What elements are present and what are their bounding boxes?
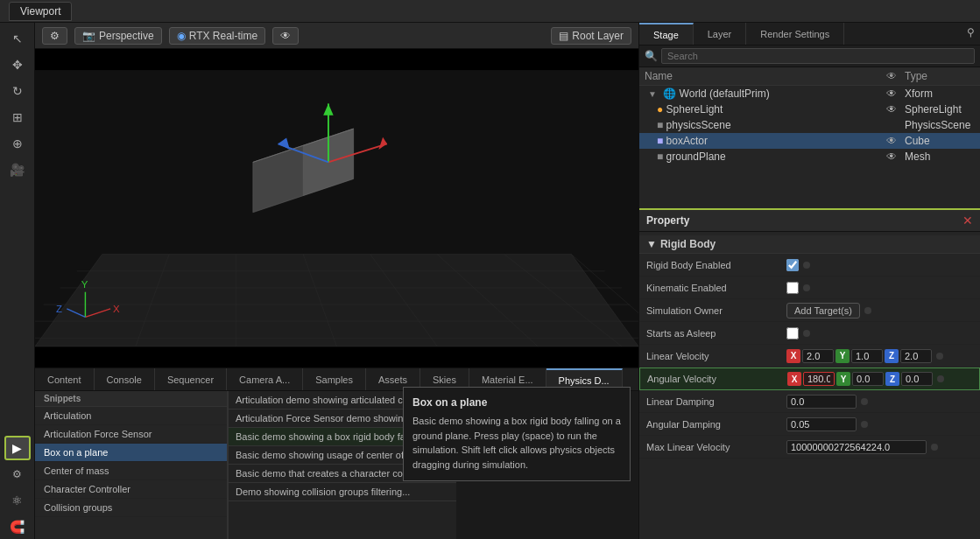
- tab-content[interactable]: Content: [35, 368, 95, 390]
- tree-box-actor[interactable]: ■ boxActor 👁 Cube: [639, 133, 980, 149]
- rigid-body-enabled-dot: [803, 262, 810, 269]
- angular-velocity-row: Angular Velocity X Y Z: [639, 368, 980, 390]
- viewport-settings-btn[interactable]: ⚙: [42, 27, 67, 45]
- lv-x-label: X: [786, 349, 800, 363]
- property-title: Property: [646, 214, 689, 227]
- viewport-tab[interactable]: Viewport: [9, 2, 72, 21]
- linear-damping-row: Linear Damping: [639, 390, 980, 413]
- snippets-header: Snippets: [35, 391, 227, 407]
- tab-render-settings[interactable]: Render Settings: [746, 23, 844, 45]
- kinematic-enabled-value: [786, 282, 973, 294]
- rtx-btn[interactable]: ◉ RTX Real-time: [169, 27, 265, 45]
- section-collapse-icon: ▼: [646, 238, 657, 250]
- gizmo-btn[interactable]: ⊕: [4, 131, 31, 156]
- rigid-body-section: ▼ Rigid Body: [639, 235, 980, 254]
- snippet-force-sensor[interactable]: Articulation Force Sensor: [35, 425, 227, 444]
- physics-btn[interactable]: ⚛: [4, 488, 31, 513]
- linear-damping-input[interactable]: [786, 395, 857, 409]
- linear-velocity-label: Linear Velocity: [646, 351, 786, 361]
- max-linear-velocity-input[interactable]: [786, 440, 927, 454]
- desc-force-sensor: Articulation Force Sensor demo showing a…: [236, 413, 449, 424]
- lv-y-label: Y: [835, 349, 850, 363]
- av-z-input[interactable]: [901, 372, 933, 386]
- ld-dot: [861, 398, 868, 405]
- tab-console[interactable]: Console: [95, 368, 155, 390]
- physics-scene-icon: ■: [657, 119, 663, 131]
- root-layer-btn[interactable]: ▤ Root Layer: [551, 27, 631, 45]
- box-actor-vis[interactable]: 👁: [878, 135, 905, 147]
- rtx-icon: ◉: [177, 30, 186, 42]
- tab-camera[interactable]: Camera A...: [227, 368, 303, 390]
- rotate-tool-btn[interactable]: ↻: [4, 79, 31, 103]
- physics-scene-name: ■ physicsScene: [657, 119, 878, 131]
- tab-skies[interactable]: Skies: [420, 368, 469, 390]
- starts-asleep-checkbox[interactable]: [786, 327, 799, 340]
- starts-asleep-label: Starts as Asleep: [646, 328, 786, 339]
- collapse-icon: ▼: [648, 89, 657, 99]
- select-tool-btn[interactable]: ↖: [4, 26, 31, 51]
- tab-stage[interactable]: Stage: [639, 23, 694, 45]
- lv-y-input[interactable]: [851, 349, 883, 363]
- stage-tab-bar: Stage Layer Render Settings ⚲: [639, 23, 980, 46]
- max-linear-velocity-row: Max Linear Velocity: [639, 436, 980, 458]
- sphere-light-vis[interactable]: 👁: [878, 103, 905, 116]
- camera-btn[interactable]: 🎥: [4, 158, 31, 182]
- desc-center-mass: Basic demo showing usage of center of ma…: [236, 450, 449, 460]
- property-close-btn[interactable]: ✕: [962, 214, 973, 228]
- tree-world[interactable]: ▼ 🌐 World (defaultPrim) 👁 Xform: [639, 86, 980, 102]
- tab-sequencer[interactable]: Sequencer: [155, 368, 227, 390]
- tab-physics[interactable]: Physics D...: [546, 368, 623, 390]
- simulation-owner-label: Simulation Owner: [646, 305, 786, 316]
- snap-btn[interactable]: 🧲: [4, 514, 31, 539]
- tree-sphere-light[interactable]: ● SphereLight 👁 SphereLight: [639, 102, 980, 117]
- av-dot: [937, 375, 944, 382]
- rigid-body-enabled-checkbox[interactable]: [786, 259, 799, 271]
- property-content: ▼ Rigid Body Rigid Body Enabled Kinemati…: [639, 232, 980, 539]
- eye-btn[interactable]: 👁: [272, 27, 299, 45]
- camera-mode-btn[interactable]: 📷 Perspective: [74, 27, 162, 45]
- ground-plane-vis[interactable]: 👁: [878, 150, 905, 163]
- angular-damping-row: Angular Damping: [639, 413, 980, 436]
- snippet-char-controller[interactable]: Character Controller: [35, 480, 227, 499]
- angular-damping-input[interactable]: [786, 417, 857, 431]
- tree-physics-scene[interactable]: ■ physicsScene PhysicsScene: [639, 117, 980, 133]
- scale-tool-btn[interactable]: ⊞: [4, 105, 31, 130]
- starts-asleep-row: Starts as Asleep: [639, 322, 980, 345]
- svg-text:Y: Y: [81, 279, 88, 290]
- rtx-label: RTX Real-time: [189, 30, 257, 42]
- add-target-btn[interactable]: Add Target(s): [786, 303, 860, 318]
- av-x-input[interactable]: [803, 372, 835, 386]
- ground-plane-icon: ■: [657, 150, 663, 163]
- tab-material[interactable]: Material E...: [469, 368, 546, 390]
- tab-samples[interactable]: Samples: [303, 368, 366, 390]
- snippet-center-mass[interactable]: Center of mass: [35, 462, 227, 480]
- property-panel: Property ✕ ▼ Rigid Body Rigid Body Enabl…: [639, 208, 980, 539]
- tab-assets[interactable]: Assets: [366, 368, 420, 390]
- play-settings-btn[interactable]: ⚙: [4, 462, 31, 486]
- tree-ground-plane[interactable]: ■ groundPlane 👁 Mesh: [639, 149, 980, 164]
- search-input[interactable]: [661, 48, 975, 64]
- section-label: Rigid Body: [660, 238, 716, 250]
- snippet-box-plane[interactable]: Box on a plane: [35, 444, 227, 462]
- rigid-body-enabled-value: [786, 259, 973, 271]
- rigid-body-enabled-row: Rigid Body Enabled: [639, 254, 980, 276]
- viewport-canvas[interactable]: X Y Z: [35, 49, 638, 368]
- lv-x-input[interactable]: [802, 349, 834, 363]
- kinematic-enabled-checkbox[interactable]: [786, 282, 799, 294]
- visibility-icon: 👁: [280, 30, 291, 42]
- linear-damping-label: Linear Damping: [646, 396, 786, 407]
- move-tool-btn[interactable]: ✥: [4, 52, 31, 77]
- filter-icon[interactable]: ⚲: [962, 23, 980, 45]
- world-vis[interactable]: 👁: [878, 88, 905, 100]
- simulation-owner-row: Simulation Owner Add Target(s): [639, 299, 980, 322]
- lv-z-input[interactable]: [900, 349, 932, 363]
- desc-collision: Demo showing collision groups filtering.…: [236, 486, 449, 497]
- starts-asleep-value: [786, 327, 973, 340]
- tab-layer[interactable]: Layer: [694, 23, 747, 45]
- ad-dot: [861, 421, 868, 428]
- play-btn[interactable]: ▶: [4, 436, 31, 460]
- snippet-collision[interactable]: Collision groups: [35, 499, 227, 517]
- snippet-articulation[interactable]: Articulation: [35, 407, 227, 425]
- av-y-input[interactable]: [852, 372, 884, 386]
- svg-marker-1: [35, 255, 638, 346]
